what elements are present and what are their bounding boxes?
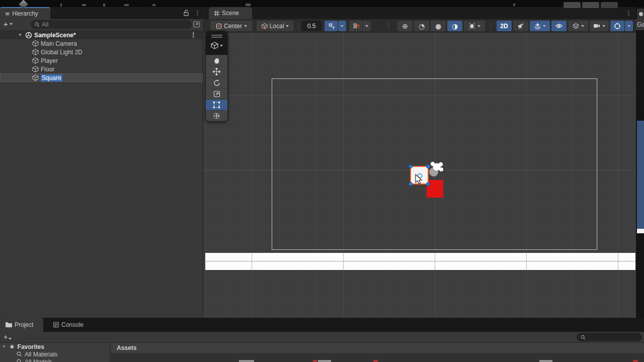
rotate-tool-button[interactable] bbox=[206, 77, 227, 88]
draw-mode-button[interactable]: ⊕ bbox=[397, 21, 413, 31]
assets-area: Assets bbox=[111, 343, 644, 362]
move-tool-button[interactable] bbox=[206, 66, 227, 77]
hierarchy-panel: ≡ Hierarchy ⋮ + All ▼ SampleScene* ⋮ bbox=[0, 7, 203, 318]
scene-kebab-menu[interactable]: ⋮ bbox=[190, 32, 197, 38]
item-label: Global Light 2D bbox=[41, 49, 83, 56]
effects-dropdown[interactable] bbox=[530, 21, 550, 31]
rect-handle-tl[interactable] bbox=[409, 164, 413, 168]
snap-toggle[interactable] bbox=[349, 21, 362, 31]
tab-hierarchy[interactable]: ≡ Hierarchy bbox=[0, 7, 50, 19]
lock-icon[interactable] bbox=[183, 10, 189, 16]
panel-kebab-menu[interactable]: ⋮ bbox=[194, 10, 201, 16]
rename-field[interactable]: Square bbox=[41, 74, 62, 81]
floor-sprite[interactable] bbox=[205, 253, 635, 270]
hierarchy-toolbar: + All bbox=[0, 19, 203, 31]
chevron-down-icon bbox=[543, 25, 546, 27]
palette-header[interactable] bbox=[206, 31, 227, 55]
menu-glyph bbox=[152, 4, 155, 6]
transform-tool-button[interactable] bbox=[206, 110, 227, 121]
scene-header-row[interactable]: ▼ SampleScene* ⋮ bbox=[0, 31, 203, 39]
window-control-button[interactable] bbox=[564, 2, 581, 8]
chevron-down-icon bbox=[10, 23, 13, 25]
item-label: Main Camera bbox=[41, 40, 77, 47]
shaded-mode-button[interactable]: ◔ bbox=[414, 21, 429, 31]
game-display-dropdown[interactable]: Game bbox=[636, 19, 644, 30]
tab-scene[interactable]: Scene bbox=[209, 7, 252, 19]
project-search-input[interactable] bbox=[577, 333, 642, 341]
grid-axis-dropdown[interactable] bbox=[338, 21, 346, 31]
hierarchy-item-global-light[interactable]: Global Light 2D bbox=[0, 48, 203, 56]
chevron-down-icon bbox=[286, 25, 289, 27]
2d-toggle[interactable]: 2D bbox=[497, 21, 512, 31]
grid-opacity-field[interactable]: 0.5 bbox=[301, 21, 321, 31]
item-label: Player bbox=[41, 57, 58, 64]
view-tool-button[interactable] bbox=[206, 55, 227, 66]
window-control-button[interactable] bbox=[582, 2, 599, 8]
window-control-button[interactable] bbox=[601, 2, 618, 8]
snap-dropdown[interactable] bbox=[363, 21, 371, 31]
effects-star-layers-icon bbox=[534, 23, 541, 29]
expander-icon[interactable]: ▼ bbox=[18, 33, 22, 37]
camera-dropdown[interactable] bbox=[590, 21, 609, 31]
asset-thumbnail[interactable] bbox=[373, 360, 378, 362]
hierarchy-item-player[interactable]: Player bbox=[0, 56, 203, 65]
scene-canvas[interactable] bbox=[203, 33, 636, 318]
scale-tool-button[interactable] bbox=[206, 88, 227, 99]
speaker-muted-icon bbox=[518, 23, 524, 29]
asset-thumbnail[interactable] bbox=[318, 360, 331, 362]
debug-draw-dropdown[interactable] bbox=[464, 21, 485, 31]
search-placeholder: All bbox=[42, 21, 48, 28]
tab-console[interactable]: Console bbox=[48, 318, 89, 332]
transform-tool-icon bbox=[213, 112, 220, 120]
gizmos-dropdown[interactable] bbox=[625, 21, 633, 31]
pivot-mode-dropdown[interactable]: Center bbox=[210, 21, 253, 31]
tab-label: Hierarchy bbox=[12, 10, 38, 17]
hierarchy-search-input[interactable]: All bbox=[31, 20, 192, 29]
circle-quarter-icon: ◔ bbox=[419, 22, 425, 30]
lighting-off-button[interactable]: ● bbox=[431, 21, 446, 31]
rect-handle-br[interactable] bbox=[426, 182, 430, 186]
search-icon bbox=[17, 359, 22, 362]
gizmos-toggle[interactable] bbox=[610, 21, 624, 31]
panel-kebab-menu[interactable]: ⋮ bbox=[625, 10, 632, 16]
asset-thumbnail[interactable] bbox=[313, 360, 317, 362]
assets-breadcrumb[interactable]: Assets bbox=[111, 343, 644, 353]
asset-thumbnail[interactable] bbox=[239, 360, 254, 362]
click-indicator bbox=[427, 161, 445, 177]
hierarchy-item-floor[interactable]: Floor bbox=[0, 65, 203, 73]
scene-visibility-toggle[interactable] bbox=[551, 21, 567, 31]
audio-muted-toggle[interactable] bbox=[513, 21, 528, 31]
tab-project[interactable]: Project bbox=[0, 318, 43, 332]
search-popout-icon[interactable] bbox=[193, 21, 200, 28]
create-asset-button[interactable]: + bbox=[4, 333, 12, 341]
rect-tool-button[interactable] bbox=[206, 99, 227, 110]
favorites-item-all-models[interactable]: All Models bbox=[0, 358, 110, 362]
scene-tab-bar: Scene ⋮ bbox=[203, 7, 636, 19]
tab-game[interactable] bbox=[637, 9, 644, 19]
asset-thumbnail[interactable] bbox=[539, 360, 552, 362]
chevron-down-icon bbox=[581, 25, 584, 27]
search-icon bbox=[581, 335, 586, 340]
hand-icon bbox=[213, 57, 220, 64]
circle-full-icon: ● bbox=[435, 22, 441, 30]
project-console-panel: Project Console + ▼ ★ Favorites All Mate… bbox=[0, 318, 644, 362]
hierarchy-item-main-camera[interactable]: Main Camera bbox=[0, 39, 203, 48]
console-icon bbox=[53, 322, 59, 328]
grid-axis-toggle[interactable] bbox=[325, 21, 338, 31]
orientation-dropdown[interactable]: Local bbox=[257, 21, 294, 31]
unity-scene-icon bbox=[25, 32, 32, 39]
asset-thumbnail[interactable] bbox=[633, 360, 638, 362]
gameobject-cube-icon bbox=[32, 66, 39, 72]
tool-context-dropdown[interactable] bbox=[206, 39, 227, 53]
favorites-item-all-materials[interactable]: All Materials bbox=[0, 350, 110, 358]
layers-dropdown[interactable] bbox=[568, 21, 588, 31]
hierarchy-item-square[interactable]: Square bbox=[0, 73, 203, 82]
add-gameobject-button[interactable]: + bbox=[4, 21, 13, 28]
favorites-header-row[interactable]: ▼ ★ Favorites bbox=[0, 343, 110, 350]
search-icon bbox=[17, 351, 22, 357]
expander-icon[interactable]: ▼ bbox=[2, 344, 6, 349]
rect-handle-bl[interactable] bbox=[409, 182, 413, 186]
chevron-down-icon bbox=[477, 25, 480, 27]
scene-lighting-toggle[interactable]: ◑ bbox=[447, 21, 462, 31]
menu-glyph bbox=[82, 4, 86, 6]
